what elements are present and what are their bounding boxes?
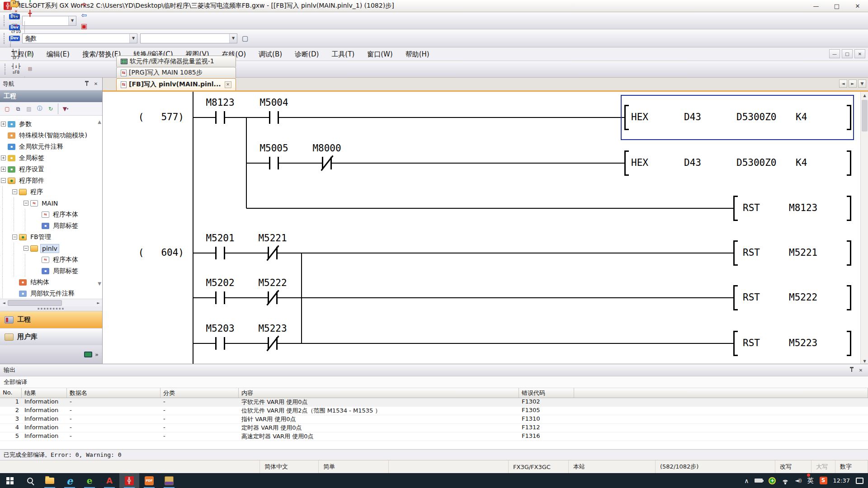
instruction-text[interactable]: RST xyxy=(743,292,760,303)
note-edit-icon[interactable]: ▤ xyxy=(23,62,37,76)
internet-explorer-icon[interactable]: e xyxy=(60,473,80,488)
nav-refresh-icon[interactable]: ↻ xyxy=(46,104,56,113)
instruction-text[interactable]: M5223 xyxy=(789,338,817,348)
close-icon[interactable]: ✕ xyxy=(92,80,99,88)
nav-new-icon[interactable]: ▢ xyxy=(2,104,12,113)
scroll-up-icon[interactable]: ▲ xyxy=(861,92,868,99)
winrar-icon[interactable] xyxy=(159,473,179,488)
tree-item-程序部件[interactable]: −●程序部件 xyxy=(0,175,102,186)
no-contact[interactable] xyxy=(215,111,217,124)
data-select-combo[interactable]: 参数▼ xyxy=(22,33,137,43)
document-tab[interactable]: 软元件/缓冲存储器批量监视-1 xyxy=(116,56,236,67)
column-header[interactable]: 错误代码 xyxy=(519,388,574,398)
table-row[interactable]: 4Information--定时器 VAR用 使用0点F1312 xyxy=(0,424,868,432)
no-contact[interactable] xyxy=(269,157,270,169)
nav-project-button[interactable]: 工程 xyxy=(0,311,102,328)
menu-item[interactable]: 帮助(H) xyxy=(399,48,436,60)
mdi-minimize-button[interactable]: — xyxy=(829,49,840,58)
nav-horizontal-scrollbar[interactable]: ◄ ► xyxy=(0,299,102,306)
column-header[interactable]: 内容 xyxy=(239,388,519,398)
menu-item[interactable]: 窗口(W) xyxy=(361,48,399,60)
ladder-editor[interactable]: ( 577)M8123M5004HEXD43D5300Z0K4M5005M800… xyxy=(103,90,868,364)
tray-chevron-icon[interactable]: ∧ xyxy=(744,477,749,484)
statement-edit-icon[interactable]: ▤ xyxy=(23,47,37,62)
menu-item[interactable]: 调试(B) xyxy=(252,48,288,60)
tab-list-icon[interactable]: ▼ xyxy=(858,80,866,88)
scroll-up-icon[interactable]: ▲ xyxy=(98,119,101,124)
tab-scroll-right-icon[interactable]: ► xyxy=(849,80,857,88)
no-contact[interactable] xyxy=(224,111,225,124)
gx-works2-icon[interactable]: ╬ xyxy=(119,473,139,488)
pin-icon[interactable] xyxy=(848,366,855,374)
nav-paste-icon[interactable]: ▨ xyxy=(24,104,34,113)
scroll-left-icon[interactable]: ◄ xyxy=(0,300,8,306)
mdi-close-button[interactable]: ✕ xyxy=(854,49,865,58)
nav-info-icon[interactable]: ⓘ xyxy=(35,104,45,113)
autocad-icon[interactable]: A xyxy=(99,473,119,488)
tree-item-程序设置[interactable]: +▪程序设置 xyxy=(0,164,102,175)
collapse-icon[interactable]: − xyxy=(1,178,6,183)
tree-item-参数[interactable]: +▪参数 xyxy=(0,118,102,130)
ime-indicator[interactable]: 英 xyxy=(807,477,814,485)
tree-item-程序本体[interactable]: ⇆程序本体 xyxy=(0,254,102,265)
sogou-icon[interactable]: S xyxy=(820,477,827,484)
maximize-button[interactable]: □ xyxy=(826,0,847,12)
no-contact[interactable] xyxy=(215,247,217,259)
table-row[interactable]: 3Information--指针 VAR用 使用0点F1310 xyxy=(0,415,868,424)
table-row[interactable]: 2Information--位软元件 VAR用 使用2点（范围 M1534 - … xyxy=(0,407,868,415)
column-header[interactable]: 结果 xyxy=(22,388,67,398)
menu-item[interactable]: 工具(T) xyxy=(325,48,361,60)
connection-destination-icon[interactable] xyxy=(84,352,92,357)
panel-splitter[interactable]: ▪▪▪▪▪▪▪▪▪ xyxy=(0,306,102,311)
table-row[interactable]: 5Information--高速定时器 VAR用 使用0点F1316 xyxy=(0,432,868,441)
tree-item-MAIN[interactable]: −⇆MAIN xyxy=(0,197,102,209)
document-tab[interactable]: ⇆[FB]写入 pinlv(MAIN.pinl...✕ xyxy=(116,78,236,90)
no-contact[interactable] xyxy=(269,111,270,124)
wifi-icon[interactable] xyxy=(782,478,789,483)
fnkey-sF8-button[interactable]: ┤↓├sF8 xyxy=(9,62,23,76)
document-tab[interactable]: ⇆[PRG]写入 MAIN 1085步 xyxy=(116,67,236,78)
antivirus-icon[interactable]: + xyxy=(769,477,776,484)
chevron-down-icon[interactable]: ▼ xyxy=(68,16,76,25)
tree-item-pinlv[interactable]: −pinlv xyxy=(0,243,102,254)
nav-userlib-button[interactable]: 用户库 xyxy=(0,328,102,345)
expand-icon[interactable]: + xyxy=(1,122,6,127)
menu-item[interactable]: 诊断(D) xyxy=(288,48,325,60)
instruction-text[interactable]: K4 xyxy=(796,157,807,168)
instruction-text[interactable]: RST xyxy=(743,202,760,213)
instruction-text[interactable]: RST xyxy=(743,338,760,348)
column-header[interactable]: 分类 xyxy=(160,388,239,398)
volume-icon[interactable]: ◄)) xyxy=(795,478,801,483)
close-button[interactable]: ✕ xyxy=(847,0,868,12)
scroll-right-icon[interactable]: ► xyxy=(94,300,102,306)
tree-item-局部软元件注释[interactable]: ▪局部软元件注释 xyxy=(0,288,102,299)
fnkey-cF10-button[interactable]: ✕cF10 xyxy=(9,21,23,36)
chevron-down-icon[interactable]: ▼ xyxy=(229,34,237,43)
secondary-combo[interactable]: ▼ xyxy=(140,33,237,43)
notification-center-icon[interactable] xyxy=(856,478,863,484)
tab-scroll-left-icon[interactable]: ◄ xyxy=(839,80,847,88)
new-window-icon[interactable]: ▢ xyxy=(239,33,251,44)
tree-item-特殊模块(智能功能模块)[interactable]: ▪特殊模块(智能功能模块) xyxy=(0,130,102,141)
no-contact[interactable] xyxy=(278,157,279,169)
collapse-icon[interactable]: − xyxy=(12,235,17,239)
instruction-text[interactable]: M5222 xyxy=(789,292,817,303)
fnkey-cF9-button[interactable]: ✕cF9 xyxy=(9,7,23,21)
close-icon[interactable]: ✕ xyxy=(857,366,864,374)
column-header[interactable]: No. xyxy=(0,388,22,398)
expand-icon[interactable]: + xyxy=(1,167,6,172)
no-contact[interactable] xyxy=(215,291,217,304)
taskbar-clock[interactable]: 12:37 xyxy=(833,477,850,484)
browser-icon[interactable]: e xyxy=(80,473,99,488)
read-from-plc-icon[interactable]: ⇦ xyxy=(78,10,90,21)
collapse-icon[interactable]: − xyxy=(24,246,28,251)
tree-item-结构体[interactable]: ▪结构体 xyxy=(0,277,102,288)
scrollbar-thumb[interactable] xyxy=(8,300,62,306)
scrollbar-thumb[interactable] xyxy=(862,100,868,131)
no-contact[interactable] xyxy=(224,247,225,259)
table-row[interactable]: 1Information--字软元件 VAR用 使用0点F1302 xyxy=(0,398,868,407)
tree-item-全局软元件注释[interactable]: ▪全局软元件注释 xyxy=(0,141,102,152)
edit-connect-line-icon[interactable]: ╋ xyxy=(23,0,37,7)
tree-item-局部标签[interactable]: ▪局部标签 xyxy=(0,220,102,231)
instruction-text[interactable]: D43 xyxy=(684,157,701,168)
